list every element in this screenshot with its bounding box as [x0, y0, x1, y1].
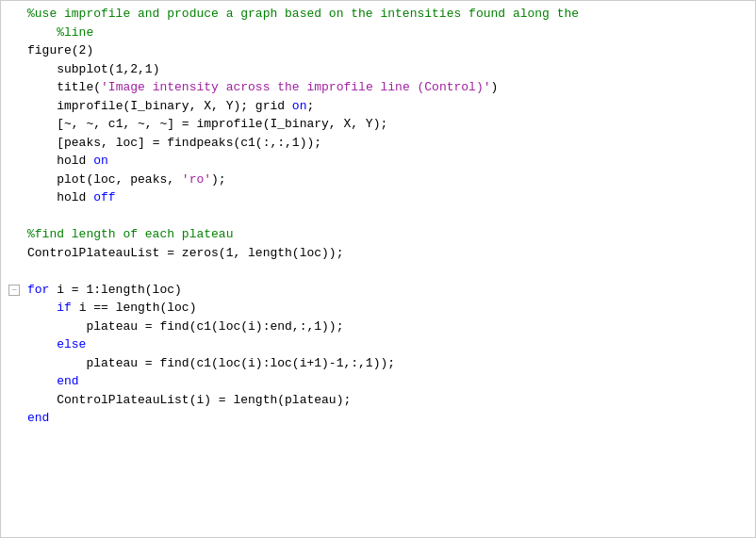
line-content: if i == length(loc): [27, 299, 748, 318]
code-line: plateau = find(c1(loc(i):end,:,1));: [1, 318, 755, 336]
code-line: hold off: [1, 188, 755, 207]
line-content: %line: [27, 24, 748, 42]
code-line: if i == length(loc): [1, 299, 755, 318]
code-token: %use improfile and produce a graph based…: [27, 7, 579, 21]
code-line: [1, 207, 755, 226]
code-token: ): [491, 80, 499, 94]
line-content: hold on: [27, 152, 748, 171]
code-token: plateau = find(c1(loc(i):loc(i+1)-1,:,1)…: [86, 356, 395, 370]
code-token: i = 1:length(loc): [49, 283, 181, 297]
code-token: ;: [306, 99, 314, 113]
line-content: ControlPlateauList = zeros(1, length(loc…: [27, 244, 748, 263]
code-line: %find length of each plateau: [1, 225, 755, 244]
code-line: title('Image intensity across the improf…: [1, 78, 755, 97]
code-line: −for i = 1:length(loc): [1, 281, 755, 300]
line-content: plateau = find(c1(loc(i):loc(i+1)-1,:,1)…: [27, 354, 748, 373]
code-line: [~, ~, c1, ~, ~] = improfile(I_binary, X…: [1, 115, 755, 134]
line-content: figure(2): [27, 41, 748, 60]
code-token: [~, ~, c1, ~, ~] = improfile(I_binary, X…: [57, 117, 387, 131]
code-line: ControlPlateauList(i) = length(plateau);: [1, 391, 755, 410]
fold-icon[interactable]: −: [8, 285, 20, 296]
line-content: [peaks, loc] = findpeaks(c1(:,:,1));: [27, 134, 748, 153]
code-line: else: [1, 335, 755, 354]
line-content: %use improfile and produce a graph based…: [27, 5, 748, 24]
code-token: if: [57, 301, 72, 315]
code-token: title(: [57, 80, 101, 94]
code-token: on: [292, 99, 307, 113]
line-content: improfile(I_binary, X, Y); grid on;: [27, 97, 748, 116]
line-content: plot(loc, peaks, 'ro');: [27, 171, 748, 189]
code-line: plot(loc, peaks, 'ro');: [1, 171, 755, 189]
code-token: 'Image intensity across the improfile li…: [101, 80, 490, 94]
code-token: for: [27, 283, 49, 297]
code-token: on: [93, 154, 108, 168]
line-content: %find length of each plateau: [27, 225, 748, 244]
code-line: improfile(I_binary, X, Y); grid on;: [1, 97, 755, 116]
code-line: hold on: [1, 152, 755, 171]
code-token: end: [27, 411, 49, 425]
line-content: subplot(1,2,1): [27, 60, 748, 79]
gutter: −: [8, 285, 24, 296]
code-token: off: [93, 190, 115, 204]
code-line: end: [1, 409, 755, 428]
code-token: [peaks, loc] = findpeaks(c1(:,:,1));: [57, 136, 321, 150]
code-line: plateau = find(c1(loc(i):loc(i+1)-1,:,1)…: [1, 354, 755, 373]
code-token: );: [211, 172, 226, 187]
code-line: ControlPlateauList = zeros(1, length(loc…: [1, 244, 755, 263]
line-content: else: [27, 335, 748, 354]
code-token: improfile(I_binary, X, Y); grid: [57, 99, 292, 113]
code-token: %line: [57, 25, 93, 40]
code-token: %find length of each plateau: [27, 227, 233, 241]
line-content: for i = 1:length(loc): [27, 281, 748, 300]
code-token: subplot(1,2,1): [57, 62, 159, 76]
code-token: ControlPlateauList = zeros(1, length(loc…: [27, 246, 343, 260]
code-line: end: [1, 372, 755, 391]
code-line: [1, 262, 755, 281]
code-token: else: [57, 337, 86, 351]
code-token: 'ro': [182, 172, 211, 187]
code-token: plot(loc, peaks,: [57, 172, 182, 187]
code-editor: %use improfile and produce a graph based…: [0, 0, 756, 538]
code-line: [peaks, loc] = findpeaks(c1(:,:,1));: [1, 134, 755, 153]
code-token: ControlPlateauList(i) = length(plateau);: [57, 393, 351, 407]
code-token: plateau = find(c1(loc(i):end,:,1));: [86, 319, 343, 334]
line-content: title('Image intensity across the improf…: [27, 78, 748, 97]
code-line: subplot(1,2,1): [1, 60, 755, 79]
line-content: [~, ~, c1, ~, ~] = improfile(I_binary, X…: [27, 115, 748, 134]
code-token: i == length(loc): [72, 301, 197, 315]
code-token: end: [57, 374, 78, 388]
line-content: end: [27, 372, 748, 391]
code-token: figure(2): [27, 43, 93, 57]
code-line: %use improfile and produce a graph based…: [1, 5, 755, 24]
line-content: ControlPlateauList(i) = length(plateau);: [27, 391, 748, 410]
line-content: hold off: [27, 188, 748, 207]
code-line: %line: [1, 24, 755, 42]
code-token: hold: [57, 190, 93, 204]
code-token: hold: [57, 154, 93, 168]
line-content: plateau = find(c1(loc(i):end,:,1));: [27, 318, 748, 336]
code-line: figure(2): [1, 41, 755, 60]
line-content: end: [27, 409, 748, 428]
